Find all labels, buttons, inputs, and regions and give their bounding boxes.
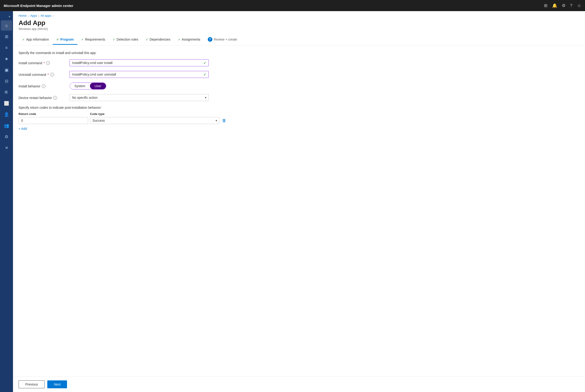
install-command-label-text: Install command — [18, 61, 42, 65]
bell-icon[interactable]: 🔔 — [552, 3, 557, 8]
install-behavior-toggle: System User — [70, 82, 106, 90]
install-command-control: ✓ — [70, 59, 209, 66]
install-behavior-row: Install behavior i System User — [18, 82, 580, 90]
uninstall-command-label: Uninstall command * i — [18, 71, 70, 76]
return-code-input[interactable] — [18, 117, 88, 124]
toggle-system[interactable]: System — [70, 83, 90, 89]
screen-icon: ⬜ — [4, 101, 9, 106]
sidebar-item-gear[interactable]: ⚙ — [1, 132, 12, 142]
sidebar-item-apps[interactable]: ⊟ — [1, 76, 12, 86]
return-codes-headers: Return code Code type — [18, 112, 227, 116]
uninstall-command-row: Uninstall command * i ✓ — [18, 71, 580, 78]
install-command-wrapper: ✓ — [70, 59, 209, 66]
sidebar-item-screen[interactable]: ⬜ — [1, 98, 12, 108]
code-type-wrapper: Success Failed Soft reboot Hard reboot R… — [90, 117, 219, 124]
install-command-required: * — [44, 61, 45, 65]
main-scroll: Specify the commands to install and unin… — [13, 46, 585, 376]
device-restart-info-icon[interactable]: i — [53, 96, 57, 100]
add-return-code-button[interactable]: + Add — [18, 127, 27, 130]
breadcrumb-sep-1: › — [28, 14, 29, 17]
gear-icon: ⚙ — [5, 134, 8, 139]
install-behavior-info-icon[interactable]: i — [42, 84, 46, 88]
breadcrumb: Home › Apps | All apps › — [13, 11, 585, 18]
tab-requirements-label: Requirements — [85, 38, 105, 41]
toggle-user[interactable]: User — [90, 83, 106, 89]
breadcrumb-home[interactable]: Home — [18, 14, 27, 18]
sidebar: » ⌂ ⊞ ≡ ★ ▣ ⊟ ⛨ ⬜ 👤 👥 ⚙ ✕ — [0, 11, 13, 392]
home-icon: ⌂ — [5, 23, 8, 28]
star-icon: ★ — [5, 56, 8, 62]
tab-review-create[interactable]: 7 Review + create — [204, 34, 241, 45]
tab-requirements[interactable]: ✓ Requirements — [78, 35, 109, 45]
shield-icon: ⛨ — [4, 90, 8, 95]
next-button[interactable]: Next — [47, 380, 67, 388]
check-icon-app-info: ✓ — [22, 38, 25, 41]
content-area: Home › Apps | All apps › Add App Windows… — [13, 11, 585, 392]
app-title: Microsoft Endpoint Manager admin center — [4, 4, 544, 8]
tab-program-label: Program — [60, 38, 74, 41]
sidebar-item-monitor[interactable]: ▣ — [1, 65, 12, 75]
settings-icon[interactable]: ⚙ — [562, 3, 566, 8]
sidebar-item-dashboard[interactable]: ⊞ — [1, 32, 12, 42]
uninstall-command-wrapper: ✓ — [70, 71, 209, 78]
sidebar-item-list[interactable]: ≡ — [1, 43, 12, 53]
install-command-input[interactable] — [70, 59, 209, 66]
sidebar-item-tool[interactable]: ✕ — [1, 143, 12, 153]
install-behavior-label-text: Install behavior — [18, 84, 40, 88]
previous-button[interactable]: Previous — [18, 380, 44, 388]
portal-icon[interactable]: ⊞ — [544, 3, 548, 8]
trash-icon: 🗑 — [222, 118, 226, 123]
sidebar-item-favorites[interactable]: ★ — [1, 54, 12, 64]
breadcrumb-all-apps[interactable]: All apps — [40, 14, 51, 18]
uninstall-command-info-icon[interactable]: i — [50, 73, 54, 76]
breadcrumb-apps[interactable]: Apps — [30, 14, 37, 18]
dashboard-icon: ⊞ — [5, 34, 8, 39]
code-type-select[interactable]: Success Failed Soft reboot Hard reboot R… — [90, 117, 219, 124]
sidebar-item-group[interactable]: 👥 — [1, 120, 12, 131]
check-icon-detection: ✓ — [113, 38, 115, 41]
device-restart-label-text: Device restart behavior — [18, 96, 52, 100]
device-restart-select[interactable]: No specific action App install may force… — [70, 94, 209, 101]
delete-row-button[interactable]: 🗑 — [221, 117, 227, 124]
check-icon-program: ✓ — [56, 38, 59, 41]
help-icon[interactable]: ? — [570, 3, 572, 8]
user-icon: 👤 — [4, 112, 9, 117]
monitor-icon: ▣ — [5, 68, 8, 72]
check-icon-assignments: ✓ — [178, 38, 180, 41]
tool-icon: ✕ — [5, 145, 8, 150]
tab-detection-rules[interactable]: ✓ Detection rules — [109, 35, 142, 45]
uninstall-command-input[interactable] — [70, 71, 209, 78]
breadcrumb-sep-2: | — [38, 14, 39, 17]
apps-icon: ⊟ — [5, 78, 8, 84]
sidebar-collapse-button[interactable]: » — [7, 13, 12, 20]
account-icon[interactable]: ☺ — [577, 3, 581, 8]
list-icon: ≡ — [5, 46, 8, 50]
topbar: Microsoft Endpoint Manager admin center … — [0, 0, 585, 11]
tab-app-information-label: App information — [26, 38, 49, 41]
check-icon-requirements: ✓ — [81, 38, 84, 41]
uninstall-command-label-text: Uninstall command — [18, 73, 46, 76]
breadcrumb-sep-3: › — [53, 14, 54, 17]
return-codes-table: Return code Code type Success Failed Sof… — [18, 112, 227, 124]
sidebar-item-shield[interactable]: ⛨ — [1, 87, 12, 97]
sidebar-item-user[interactable]: 👤 — [1, 110, 12, 120]
device-restart-control: No specific action App install may force… — [70, 94, 209, 101]
page-header: Add App Windows app (Win32) — [13, 18, 585, 34]
device-restart-select-wrapper: No specific action App install may force… — [70, 94, 209, 101]
check-icon-dependencies: ✓ — [146, 38, 148, 41]
install-behavior-control: System User — [70, 82, 209, 90]
tab-app-information[interactable]: ✓ App information — [18, 35, 53, 45]
tab-assignments-label: Assignments — [182, 38, 200, 41]
code-type-column-header: Code type — [90, 112, 227, 116]
device-restart-row: Device restart behavior i No specific ac… — [18, 94, 580, 101]
tab-detection-rules-label: Detection rules — [117, 38, 138, 41]
install-command-info-icon[interactable]: i — [46, 61, 50, 65]
wizard-tabs: ✓ App information ✓ Program ✓ Requiremen… — [13, 34, 585, 46]
device-restart-label: Device restart behavior i — [18, 94, 70, 100]
tab-dependencies[interactable]: ✓ Dependencies — [142, 35, 174, 45]
sidebar-item-home[interactable]: ⌂ — [1, 20, 12, 30]
tab-program[interactable]: ✓ Program — [53, 35, 78, 45]
tab-review-create-label: Review + create — [214, 38, 237, 41]
return-code-row: Success Failed Soft reboot Hard reboot R… — [18, 117, 227, 124]
tab-assignments[interactable]: ✓ Assignments — [174, 35, 204, 45]
